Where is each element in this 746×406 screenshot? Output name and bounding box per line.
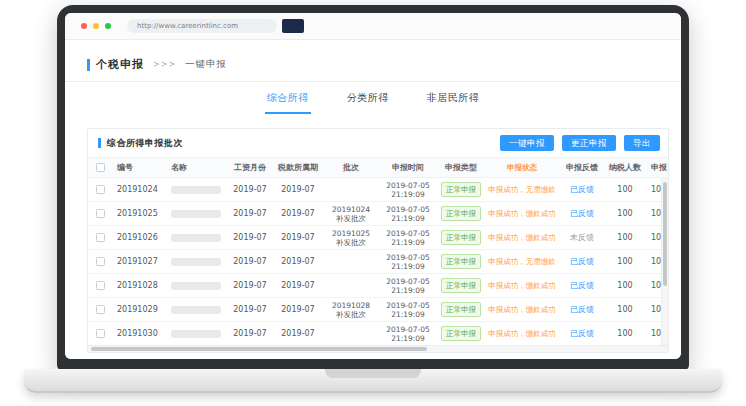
tab-comprehensive-income[interactable]: 综合所得 — [265, 84, 311, 114]
row-checkbox[interactable] — [96, 329, 105, 338]
row-select-cell — [88, 178, 112, 201]
cell-batch — [324, 178, 378, 201]
batch-panel: 综合所得申报批次 一键申报更正申报导出 编号名称工资月份税款所属期批次申报时间申… — [87, 128, 669, 353]
laptop-base — [24, 369, 722, 393]
browser-action-button[interactable] — [282, 19, 304, 33]
cell-name — [166, 226, 228, 249]
cell-declare-time: 2019-07-0521:19:09 — [378, 202, 438, 225]
table-body: 201910242019-072019-072019-07-0521:19:09… — [88, 178, 668, 346]
cell-batch-id: 20191027 — [112, 250, 166, 273]
cell-batch-id: 20191028 — [112, 274, 166, 297]
cell-tax-period: 2019-07 — [272, 178, 324, 201]
page-content: 个税申报 >>> 一键申报 综合所得分类所得非居民所得 综合所得申报批次 一键申… — [65, 40, 681, 359]
table-row: 201910262019-072019-0720191025补发批次2019-0… — [88, 226, 668, 250]
select-all-checkbox[interactable] — [96, 163, 105, 172]
cell-feedback: 已反馈 — [560, 298, 604, 321]
export-button[interactable]: 导出 — [624, 135, 660, 152]
cell-feedback: 已反馈 — [560, 202, 604, 225]
cell-batch-id: 20191026 — [112, 226, 166, 249]
tab-classified-income[interactable]: 分类所得 — [345, 84, 391, 114]
redacted-name-bar — [171, 306, 221, 314]
row-checkbox[interactable] — [96, 209, 105, 218]
horizontal-scrollbar-thumb[interactable] — [91, 347, 427, 351]
cell-declare-status: 申报成功，缴款成功 — [484, 298, 560, 321]
window-minimize-dot[interactable] — [93, 23, 99, 29]
panel-header: 综合所得申报批次 一键申报更正申报导出 — [88, 129, 668, 157]
row-checkbox[interactable] — [96, 233, 105, 242]
breadcrumb-current: 一键申报 — [185, 58, 227, 71]
column-header: 工资月份 — [228, 158, 272, 177]
laptop-screen: http://www.careerintlinc.com 个税申报 >>> 一键… — [57, 5, 689, 371]
cell-declare-type: 正常申报 — [438, 226, 484, 249]
cell-tax-period: 2019-07 — [272, 322, 324, 345]
cell-taxpayer-count: 100 — [604, 298, 646, 321]
page-header: 个税申报 >>> 一键申报 — [65, 40, 681, 82]
cell-salary-month: 2019-07 — [228, 274, 272, 297]
feedback-status: 已反馈 — [570, 257, 594, 267]
one-key-declare-button[interactable]: 一键申报 — [500, 135, 554, 152]
tab-nonresident-income[interactable]: 非居民所得 — [425, 84, 482, 114]
table-row: 201910242019-072019-072019-07-0521:19:09… — [88, 178, 668, 202]
column-header: 申报反馈 — [560, 158, 604, 177]
column-header: 编号 — [112, 158, 166, 177]
page-title: 个税申报 — [96, 57, 144, 72]
correction-declare-button[interactable]: 更正申报 — [562, 135, 616, 152]
address-bar[interactable]: http://www.careerintlinc.com — [127, 19, 277, 33]
cell-feedback: 已反馈 — [560, 178, 604, 201]
vertical-scrollbar-thumb[interactable] — [663, 182, 667, 286]
column-header: 税款所属期 — [272, 158, 324, 177]
column-header: 批次 — [324, 158, 378, 177]
table-row: 201910302019-072019-072019-07-0521:19:09… — [88, 322, 668, 346]
cell-feedback: 未反馈 — [560, 226, 604, 249]
laptop-base-notch — [325, 369, 421, 378]
feedback-status: 已反馈 — [570, 281, 594, 291]
row-checkbox[interactable] — [96, 257, 105, 266]
cell-declare-type: 正常申报 — [438, 202, 484, 225]
window-close-dot[interactable] — [81, 23, 87, 29]
row-checkbox[interactable] — [96, 281, 105, 290]
table-row: 201910252019-072019-0720191024补发批次2019-0… — [88, 202, 668, 226]
row-checkbox[interactable] — [96, 185, 105, 194]
cell-declare-time: 2019-07-0521:19:09 — [378, 178, 438, 201]
column-header: 纳税人数 — [604, 158, 646, 177]
cell-tax-period: 2019-07 — [272, 202, 324, 225]
cell-name — [166, 250, 228, 273]
feedback-status: 已反馈 — [570, 209, 594, 219]
column-header-clipped: 申报 — [646, 158, 669, 177]
cell-tax-period: 2019-07 — [272, 274, 324, 297]
declare-type-badge: 正常申报 — [441, 326, 481, 341]
cell-taxpayer-count: 100 — [604, 250, 646, 273]
redacted-name-bar — [171, 282, 221, 290]
row-checkbox[interactable] — [96, 305, 105, 314]
title-accent-bar — [87, 59, 90, 71]
cell-declare-type: 正常申报 — [438, 178, 484, 201]
cell-batch: 20191025补发批次 — [324, 226, 378, 249]
cell-name — [166, 298, 228, 321]
panel-actions: 一键申报更正申报导出 — [500, 135, 660, 152]
window-maximize-dot[interactable] — [105, 23, 111, 29]
horizontal-scrollbar[interactable] — [88, 345, 668, 352]
table-row: 201910282019-072019-072019-07-0521:19:09… — [88, 274, 668, 298]
column-header: 申报类型 — [438, 158, 484, 177]
cell-declare-status: 申报成功，缴款成功 — [484, 226, 560, 249]
table-header: 编号名称工资月份税款所属期批次申报时间申报类型申报状态申报反馈纳税人数申报 — [88, 157, 668, 178]
feedback-status: 未反馈 — [570, 233, 594, 243]
row-select-cell — [88, 274, 112, 297]
cell-batch-id: 20191029 — [112, 298, 166, 321]
cell-salary-month: 2019-07 — [228, 202, 272, 225]
declare-type-badge: 正常申报 — [441, 254, 481, 269]
vertical-scrollbar[interactable] — [661, 178, 668, 345]
row-select-cell — [88, 226, 112, 249]
cell-salary-month: 2019-07 — [228, 298, 272, 321]
cell-feedback: 已反馈 — [560, 274, 604, 297]
cell-taxpayer-count: 100 — [604, 322, 646, 345]
row-select-cell — [88, 298, 112, 321]
cell-batch — [324, 274, 378, 297]
browser-titlebar: http://www.careerintlinc.com — [65, 13, 681, 40]
cell-salary-month: 2019-07 — [228, 178, 272, 201]
cell-tax-period: 2019-07 — [272, 298, 324, 321]
cell-taxpayer-count: 100 — [604, 202, 646, 225]
column-header: 名称 — [166, 158, 228, 177]
cell-feedback: 已反馈 — [560, 322, 604, 345]
cell-batch: 20191024补发批次 — [324, 202, 378, 225]
